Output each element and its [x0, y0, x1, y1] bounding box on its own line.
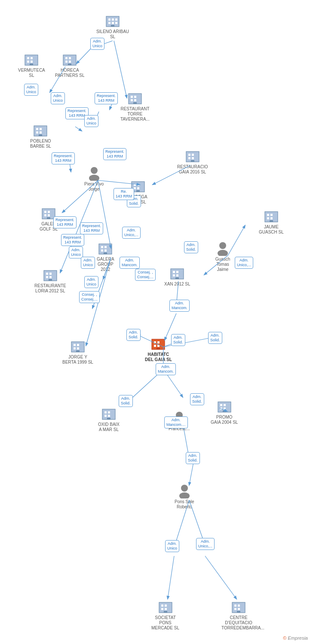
svg-rect-150	[237, 611, 240, 613]
badge-represent-6[interactable]: Represent.143 RRM	[80, 222, 103, 234]
svg-rect-146	[234, 605, 236, 607]
svg-line-28	[189, 460, 194, 485]
node-sileno: SILENO ARIBAU SL	[95, 13, 130, 39]
badge-adm-solid-2[interactable]: Adm.Solid.	[184, 241, 198, 253]
badge-adm-unico-1[interactable]: Adm.Unico	[90, 38, 104, 50]
building-icon-restauracio-gaia	[185, 148, 200, 164]
node-label-guasch-tomas: GuaschTomasJaime	[215, 257, 230, 272]
svg-rect-142	[161, 608, 163, 610]
node-label-habitatc: HABITATCDEL GAIA SL	[145, 352, 172, 362]
svg-rect-36	[115, 18, 117, 21]
svg-line-11	[228, 225, 245, 255]
badge-adm-solid-7[interactable]: Adm.Solid.	[190, 393, 204, 405]
svg-rect-60	[36, 128, 38, 130]
badge-adm-unico-solid[interactable]: Adm.Unico,...	[122, 227, 141, 239]
svg-line-25	[168, 556, 174, 599]
svg-rect-57	[134, 99, 136, 101]
badge-adm-solid-4[interactable]: Adm.Solid.	[171, 334, 185, 346]
node-label-horeca: HORECAPARTNERS SL	[55, 68, 85, 78]
svg-line-32	[75, 127, 82, 131]
svg-rect-43	[31, 57, 33, 59]
svg-rect-54	[131, 96, 133, 98]
badge-adm-unico-4[interactable]: Adm.Unico	[84, 115, 98, 127]
node-label-jorge-berta: JORGE YBERTA 1999 SL	[62, 355, 93, 365]
building-icon-poblenoc	[33, 122, 48, 138]
svg-rect-109	[49, 276, 52, 278]
svg-rect-126	[104, 415, 107, 417]
svg-rect-71	[137, 187, 139, 189]
svg-rect-39	[115, 22, 117, 24]
badge-adm-solid-3[interactable]: Adm.Solid.	[126, 329, 141, 341]
svg-rect-125	[108, 411, 110, 413]
svg-rect-119	[157, 341, 160, 343]
node-piera-vivo: Piera VivoJorge	[84, 165, 104, 192]
badge-adm-mancom-francesc[interactable]: Adm.Mancom....	[164, 416, 188, 428]
badge-adm-unico-guasch[interactable]: Adm.Unico,...	[235, 257, 253, 269]
svg-rect-48	[65, 57, 68, 59]
badge-adm-solid-5[interactable]: Adm.Solid.	[208, 332, 222, 344]
svg-rect-94	[101, 246, 103, 248]
svg-rect-100	[173, 271, 175, 273]
node-oxid-baix: OXID BAIXA MAR SL	[98, 406, 120, 432]
node-label-galera-group: GALERAGROUP2012	[97, 257, 114, 272]
node-promo-gaia: PROMOGAIA 2004 SL	[211, 398, 238, 425]
node-pons-sole: Pons SoleRoberto	[175, 483, 194, 510]
badge-adm-unico-5[interactable]: Adm.Unico	[69, 246, 83, 258]
node-label-xan-2012: XAN 2012 SL	[164, 282, 190, 287]
svg-rect-70	[134, 187, 136, 189]
badge-adm-solid-6[interactable]: Adm.Solid.	[119, 395, 133, 407]
node-label-societat-pons: SOCIETATPONSMERCADE SL	[151, 615, 179, 631]
badge-adm-solid-8[interactable]: Adm.Solid.	[186, 452, 200, 464]
badge-represent-2[interactable]: Represent.143 RRM	[95, 92, 118, 104]
connections-svg	[0, 0, 313, 644]
svg-rect-64	[39, 134, 42, 136]
node-label-restaurante-loria: RESTAURANTELORIA 2012 SL	[34, 283, 66, 294]
badge-represent-4[interactable]: Represent.143 RRM	[52, 152, 75, 164]
node-label-jaume-guasch: JAUMEGUASCH SL	[259, 225, 284, 235]
node-habitatc[interactable]: HABITATCDEL GAIA SL	[145, 336, 172, 362]
badge-adm-unico-6[interactable]: Adm.Unico	[81, 257, 95, 269]
svg-rect-51	[69, 61, 71, 63]
badge-adm-unico-pons[interactable]: Adm.Unico	[165, 540, 179, 552]
svg-rect-55	[134, 96, 136, 98]
badge-represent-3[interactable]: Represent.143 RRM	[103, 148, 126, 160]
svg-rect-42	[27, 57, 29, 59]
svg-rect-37	[108, 22, 110, 24]
badge-consej-1[interactable]: Consej. ,Consej....	[135, 269, 156, 281]
building-icon-societat-pons	[158, 599, 173, 614]
svg-rect-44	[27, 61, 29, 63]
svg-rect-140	[161, 605, 163, 607]
node-label-vermuteca: VERMUTECASL	[18, 68, 45, 78]
svg-rect-108	[46, 276, 48, 278]
badge-adm-mancom-3[interactable]: Adm.Mancom.	[156, 363, 176, 375]
svg-rect-120	[154, 345, 156, 347]
node-label-piera-vivo: Piera VivoJorge	[84, 182, 104, 192]
svg-point-65	[91, 167, 98, 174]
badge-adm-mancom-2[interactable]: Adm.Mancom.	[169, 300, 190, 312]
badge-adm-unico-pons-2[interactable]: Adm.Unico,...	[196, 538, 215, 550]
node-label-pons-sole: Pons SoleRoberto	[175, 499, 194, 510]
badge-adm-unico-2[interactable]: Adm.Unico	[24, 84, 38, 96]
badge-adm-mancom-1[interactable]: Adm.Mancom.	[120, 257, 140, 269]
svg-rect-89	[270, 217, 273, 219]
svg-rect-149	[238, 608, 240, 610]
building-icon-jaume-guasch	[264, 208, 279, 224]
badge-adm-unico-7[interactable]: Adm.Unico	[84, 276, 98, 288]
svg-rect-40	[111, 25, 114, 27]
svg-rect-75	[192, 154, 194, 156]
svg-rect-114	[74, 347, 76, 349]
badge-represent-5[interactable]: Represent.143 RRM	[53, 216, 77, 228]
svg-rect-106	[46, 273, 48, 275]
node-jorge-berta: JORGE YBERTA 1999 SL	[62, 338, 93, 365]
badge-represent-7[interactable]: Represent.143 RRM	[61, 234, 84, 246]
svg-rect-63	[40, 131, 42, 134]
badge-re-143rrm[interactable]: Re.143 RRM	[114, 188, 134, 200]
copyright: © Empresia	[283, 635, 308, 641]
svg-rect-62	[36, 131, 38, 134]
svg-rect-115	[77, 347, 79, 349]
badge-consej-2[interactable]: Consej. ,Consej....	[79, 291, 100, 303]
badge-adm-unico-3[interactable]: Adm.Unico	[51, 92, 65, 104]
svg-rect-103	[176, 274, 178, 276]
node-xan-2012: XAN 2012 SL	[164, 265, 190, 287]
node-restaurante-loria: RESTAURANTELORIA 2012 SL	[34, 267, 66, 294]
